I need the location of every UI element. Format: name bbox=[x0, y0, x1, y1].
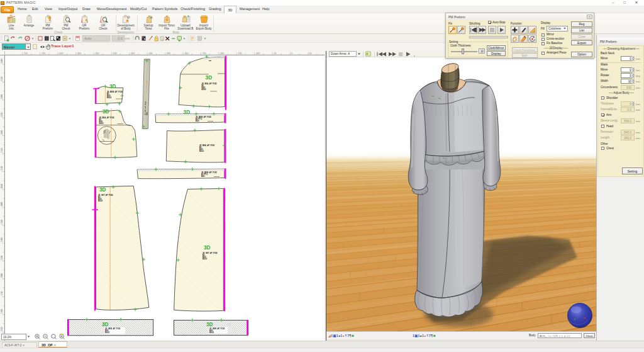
svg-text:B2U2: B2U2 bbox=[199, 150, 204, 152]
svg-text:1650: 1650 bbox=[1, 327, 3, 331]
svg-text:2250: 2250 bbox=[1, 112, 3, 116]
svg-text:B2U2: B2U2 bbox=[98, 200, 103, 202]
svg-text:-550: -550 bbox=[95, 52, 99, 55]
svg-text:3D: 3D bbox=[103, 109, 109, 115]
svg-text:JK_SKT_AP_FC82: JK_SKT_AP_FC82 bbox=[203, 252, 218, 254]
svg-text:1950: 1950 bbox=[1, 220, 3, 224]
svg-text:3D: 3D bbox=[102, 322, 109, 327]
svg-text:B2U: B2U bbox=[196, 120, 199, 122]
svg-text:JK_SKT_AP_FC82: JK_SKT_AP_FC82 bbox=[98, 194, 113, 196]
svg-text:B2U: B2U bbox=[201, 175, 204, 178]
svg-text:3D: 3D bbox=[184, 110, 191, 115]
svg-text:-350: -350 bbox=[166, 52, 170, 55]
svg-text:3D: 3D bbox=[206, 75, 213, 81]
svg-text:JK_BDA_AP_FC82: JK_BDA_AP_FC82 bbox=[202, 82, 218, 85]
svg-text:JK_BDA_AP_FC82: JK_BDA_AP_FC82 bbox=[99, 116, 115, 119]
svg-text:mm: mm bbox=[125, 37, 130, 40]
svg-text:-200: -200 bbox=[219, 52, 224, 55]
svg-text:2400: 2400 bbox=[1, 59, 3, 63]
svg-text:-250: -250 bbox=[202, 52, 206, 55]
svg-text:-300: -300 bbox=[184, 52, 189, 55]
svg-text:B2U2: B2U2 bbox=[99, 122, 104, 125]
svg-text:-750: -750 bbox=[23, 52, 28, 55]
svg-text:2050: 2050 bbox=[1, 184, 3, 188]
svg-text:3D: 3D bbox=[204, 245, 211, 251]
svg-text:0: 0 bbox=[291, 52, 292, 55]
svg-text:1750: 1750 bbox=[1, 291, 3, 295]
svg-text:1900: 1900 bbox=[1, 237, 3, 242]
svg-text:-100: -100 bbox=[255, 52, 260, 55]
svg-text:B2U2: B2U2 bbox=[107, 96, 111, 99]
svg-text:-150: -150 bbox=[238, 52, 242, 55]
svg-text:B2U2: B2U2 bbox=[209, 331, 214, 334]
svg-text:3D: 3D bbox=[109, 84, 116, 89]
svg-text:1800: 1800 bbox=[1, 273, 3, 278]
svg-text:Auto: Auto bbox=[84, 37, 91, 40]
svg-text:B2U2: B2U2 bbox=[203, 258, 207, 260]
svg-text:3D: 3D bbox=[206, 322, 213, 327]
svg-text:B2U2: B2U2 bbox=[202, 88, 206, 91]
svg-text:-500: -500 bbox=[113, 52, 117, 55]
svg-text:-400: -400 bbox=[148, 52, 153, 55]
svg-text:1850: 1850 bbox=[1, 256, 3, 260]
svg-text:2000: 2000 bbox=[1, 202, 3, 206]
svg-text:-650: -650 bbox=[59, 52, 64, 55]
svg-text:JK_BDW_AP_FC82: JK_BDW_AP_FC82 bbox=[107, 91, 123, 93]
svg-text:2150: 2150 bbox=[1, 148, 3, 152]
svg-text:50: 50 bbox=[309, 52, 311, 55]
svg-text:2100: 2100 bbox=[1, 166, 3, 171]
svg-text:1700: 1700 bbox=[1, 309, 3, 314]
svg-text:3D: 3D bbox=[99, 187, 106, 193]
svg-text:2300: 2300 bbox=[1, 94, 3, 99]
svg-text:-450: -450 bbox=[130, 52, 135, 55]
svg-text:-600: -600 bbox=[77, 52, 81, 55]
svg-text:B2U2: B2U2 bbox=[105, 331, 109, 334]
svg-text:JK_BDA_AP_FC82: JK_BDA_AP_FC82 bbox=[199, 144, 215, 147]
svg-text:2200: 2200 bbox=[1, 130, 3, 135]
svg-text:2350: 2350 bbox=[1, 77, 3, 81]
svg-text:0.0: 0.0 bbox=[118, 37, 123, 40]
svg-text:-700: -700 bbox=[41, 52, 45, 55]
svg-text:-50: -50 bbox=[274, 52, 277, 55]
svg-text:B2U: B2U bbox=[146, 112, 148, 115]
